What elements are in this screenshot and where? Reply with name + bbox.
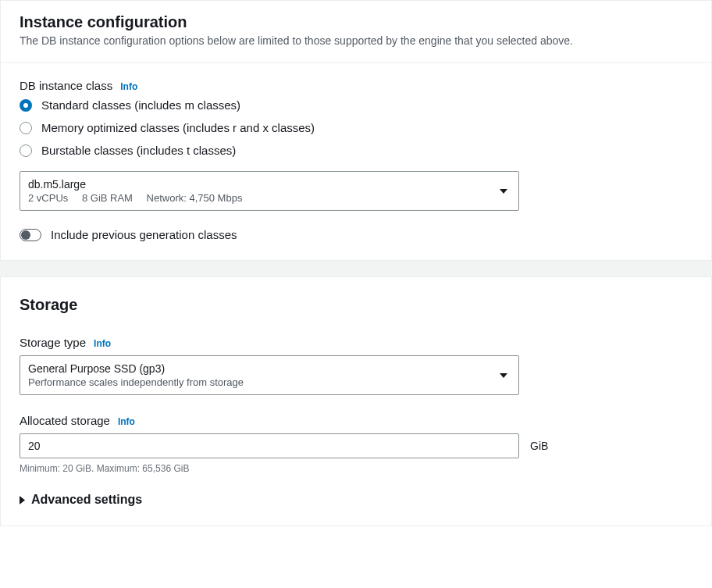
instance-panel-body: DB instance class Info Standard classes … bbox=[1, 63, 711, 260]
radio-standard-label: Standard classes (includes m classes) bbox=[41, 98, 240, 112]
storage-type-field: Storage type Info General Purpose SSD (g… bbox=[20, 336, 692, 395]
allocated-storage-input[interactable] bbox=[20, 433, 519, 458]
db-instance-class-info-link[interactable]: Info bbox=[120, 81, 137, 92]
allocated-storage-label: Allocated storage bbox=[20, 414, 110, 427]
radio-icon bbox=[20, 144, 32, 157]
panel-gap bbox=[0, 261, 712, 276]
storage-type-value: General Purpose SSD (gp3) bbox=[28, 362, 490, 375]
radio-burstable-classes[interactable]: Burstable classes (includes t classes) bbox=[20, 144, 692, 157]
radio-memory-label: Memory optimized classes (includes r and… bbox=[41, 121, 315, 134]
allocated-storage-input-row: GiB bbox=[20, 433, 692, 458]
advanced-settings-label: Advanced settings bbox=[31, 493, 142, 507]
storage-panel-body: Storage type Info General Purpose SSD (g… bbox=[1, 320, 711, 526]
instance-configuration-title: Instance configuration bbox=[20, 13, 692, 31]
caret-right-icon bbox=[20, 496, 25, 504]
dropdown-ram: 8 GiB RAM bbox=[82, 192, 133, 204]
storage-type-info-link[interactable]: Info bbox=[94, 338, 111, 349]
dropdown-specs: 2 vCPUs 8 GiB RAM Network: 4,750 Mbps bbox=[28, 192, 490, 204]
instance-configuration-panel: Instance configuration The DB instance c… bbox=[0, 0, 712, 261]
instance-configuration-subtitle: The DB instance configuration options be… bbox=[20, 34, 692, 47]
radio-burstable-label: Burstable classes (includes t classes) bbox=[41, 144, 236, 157]
db-instance-class-radio-group: Standard classes (includes m classes) Me… bbox=[20, 98, 692, 157]
radio-standard-classes[interactable]: Standard classes (includes m classes) bbox=[20, 98, 692, 112]
caret-down-icon bbox=[500, 373, 507, 378]
storage-type-sub: Performance scales independently from st… bbox=[28, 376, 490, 388]
dropdown-network: Network: 4,750 Mbps bbox=[147, 192, 243, 204]
radio-memory-optimized-classes[interactable]: Memory optimized classes (includes r and… bbox=[20, 121, 692, 134]
allocated-storage-hint: Minimum: 20 GiB. Maximum: 65,536 GiB bbox=[20, 463, 692, 474]
allocated-storage-label-row: Allocated storage Info bbox=[20, 414, 692, 427]
allocated-storage-field: Allocated storage Info GiB Minimum: 20 G… bbox=[20, 414, 692, 474]
db-instance-class-label: DB instance class bbox=[20, 79, 112, 92]
db-instance-class-dropdown[interactable]: db.m5.large 2 vCPUs 8 GiB RAM Network: 4… bbox=[20, 171, 519, 211]
storage-type-label-row: Storage type Info bbox=[20, 336, 692, 349]
radio-icon bbox=[20, 122, 32, 134]
storage-type-dropdown[interactable]: General Purpose SSD (gp3) Performance sc… bbox=[20, 355, 519, 395]
storage-panel: Storage Storage type Info General Purpos… bbox=[0, 276, 712, 526]
radio-icon bbox=[20, 99, 32, 112]
instance-panel-header: Instance configuration The DB instance c… bbox=[1, 1, 711, 63]
allocated-storage-info-link[interactable]: Info bbox=[118, 416, 135, 427]
dropdown-vcpus: 2 vCPUs bbox=[28, 192, 68, 204]
advanced-settings-expander[interactable]: Advanced settings bbox=[20, 493, 692, 507]
include-previous-generation-toggle[interactable] bbox=[20, 229, 41, 241]
storage-type-label: Storage type bbox=[20, 336, 86, 349]
db-instance-class-label-row: DB instance class Info bbox=[20, 79, 692, 92]
include-previous-generation-label: Include previous generation classes bbox=[51, 228, 237, 241]
allocated-storage-unit: GiB bbox=[530, 440, 548, 452]
include-previous-generation-toggle-row: Include previous generation classes bbox=[20, 228, 692, 241]
dropdown-selected-value: db.m5.large bbox=[28, 178, 490, 191]
storage-title: Storage bbox=[1, 277, 711, 320]
caret-down-icon bbox=[500, 189, 507, 194]
